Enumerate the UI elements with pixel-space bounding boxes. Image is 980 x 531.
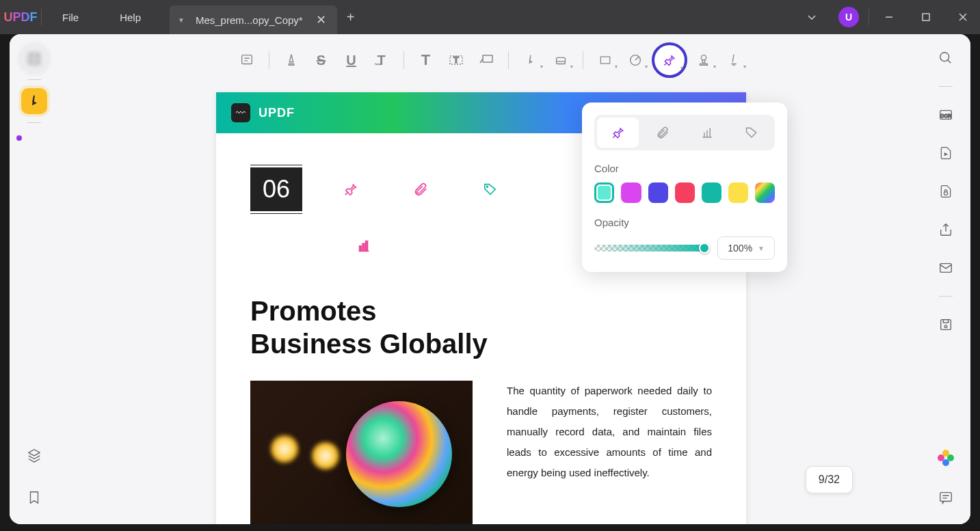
color-swatch-magenta[interactable] [621, 182, 641, 203]
highlight-tool-icon[interactable] [278, 46, 305, 74]
sticker-tool-icon[interactable] [622, 46, 649, 74]
color-swatch-red[interactable] [675, 182, 695, 203]
pencil-tool-icon[interactable] [517, 46, 544, 74]
menu-help[interactable]: Help [99, 12, 161, 23]
redact-icon[interactable] [21, 45, 48, 72]
color-swatch-cyan[interactable] [702, 182, 721, 203]
ocr-icon[interactable]: OCR [933, 102, 959, 128]
share-icon[interactable] [933, 217, 959, 243]
underline-tool-icon[interactable]: U [338, 46, 365, 74]
save-icon[interactable] [933, 312, 959, 338]
svg-rect-25 [362, 243, 365, 251]
comment-mode-icon[interactable] [21, 88, 47, 114]
titlebar: UPDF File Help ▼ Mes_prem...opy_Copy* ✕ … [0, 0, 980, 34]
text-tool-icon[interactable]: T [412, 46, 440, 74]
svg-rect-1 [923, 14, 929, 21]
app-logo: UPDF [0, 10, 41, 25]
separator [403, 51, 404, 69]
annotation-toolbar: S U T〰 T T [233, 42, 747, 78]
eraser-tool-icon[interactable] [547, 46, 574, 74]
svg-point-31 [940, 53, 949, 62]
document-tab[interactable]: ▼ Mes_prem...opy_Copy* ✕ [170, 5, 337, 34]
layers-icon[interactable] [21, 442, 47, 468]
active-indicator [16, 135, 22, 141]
tab-close-icon[interactable]: ✕ [314, 12, 329, 27]
email-icon[interactable] [933, 255, 959, 281]
note-tool-icon[interactable] [233, 46, 261, 74]
right-sidebar: OCR [921, 34, 970, 524]
left-sidebar [10, 34, 59, 524]
svg-line-32 [948, 60, 951, 64]
callout-tool-icon[interactable] [473, 46, 500, 74]
svg-rect-19 [600, 57, 609, 64]
page-counter[interactable]: 9/32 [806, 466, 853, 493]
popup-tab-pin[interactable] [597, 118, 639, 148]
color-swatch-teal[interactable] [594, 182, 614, 203]
convert-icon[interactable] [933, 140, 959, 166]
opacity-label: Opacity [594, 217, 775, 228]
separator [939, 296, 953, 297]
user-avatar[interactable]: U [832, 0, 866, 34]
paperclip-annotation-icon[interactable] [413, 182, 428, 197]
separator [27, 122, 41, 123]
chevron-down-icon[interactable] [795, 0, 829, 34]
document-title: PromotesBusiness Globally [250, 295, 712, 360]
menu-file[interactable]: File [42, 12, 99, 23]
chat-icon[interactable] [933, 485, 959, 510]
protect-icon[interactable] [933, 178, 959, 204]
color-swatch-blue[interactable] [648, 182, 668, 203]
main-area: S U T〰 T T 〰 UPDF 06 [10, 34, 970, 524]
document-body-text: The quantity of paperwork needed daily t… [507, 381, 712, 524]
opacity-value-dropdown[interactable]: 100%▼ [717, 236, 775, 260]
page-number-box: 06 [250, 167, 302, 211]
separator [27, 79, 41, 80]
chart-annotation-icon[interactable] [356, 239, 371, 254]
tab-dropdown-icon[interactable]: ▼ [178, 16, 185, 24]
svg-point-39 [944, 325, 947, 328]
color-swatch-rainbow[interactable] [755, 182, 775, 203]
divider [869, 9, 869, 25]
tab-name: Mes_prem...opy_Copy* [190, 14, 308, 26]
popup-tab-paperclip[interactable] [641, 118, 683, 148]
strikethrough-tool-icon[interactable]: S [308, 46, 335, 74]
search-icon[interactable] [933, 45, 959, 71]
document-image [250, 381, 473, 524]
color-label: Color [594, 163, 775, 174]
svg-text:T: T [453, 55, 459, 65]
color-swatches [594, 182, 775, 203]
tag-annotation-icon[interactable] [483, 182, 498, 197]
new-tab-button[interactable]: + [337, 10, 365, 25]
popup-tab-tag[interactable] [730, 118, 772, 148]
maximize-button[interactable] [909, 0, 943, 34]
globe-graphic [346, 401, 452, 507]
svg-text:OCR: OCR [940, 113, 952, 119]
svg-rect-17 [556, 57, 565, 64]
textbox-tool-icon[interactable]: T [442, 46, 470, 74]
minimize-button[interactable] [872, 0, 906, 34]
squiggly-tool-icon[interactable]: T〰 [368, 46, 395, 74]
svg-rect-40 [940, 493, 952, 502]
pin-options-popup: Color Opacity 100%▼ [582, 103, 787, 272]
color-swatch-yellow[interactable] [728, 182, 748, 203]
bookmark-icon[interactable] [21, 485, 47, 510]
pin-tool-icon[interactable] [652, 42, 687, 78]
rectangle-tool-icon[interactable] [592, 46, 619, 74]
updf-brand-icon: 〰 [231, 103, 250, 122]
popup-tab-chart[interactable] [686, 118, 728, 148]
svg-rect-26 [366, 241, 368, 251]
pin-annotation-icon[interactable] [343, 182, 358, 197]
separator [583, 51, 583, 69]
separator [939, 86, 953, 87]
separator [269, 51, 269, 69]
signature-tool-icon[interactable] [720, 46, 747, 74]
close-button[interactable] [946, 0, 980, 34]
svg-rect-36 [940, 264, 952, 273]
stamp-tool-icon[interactable] [690, 46, 717, 74]
svg-rect-16 [483, 55, 492, 62]
svg-point-22 [487, 186, 488, 187]
opacity-slider[interactable] [594, 245, 708, 251]
svg-rect-38 [943, 320, 948, 323]
content-area: S U T〰 T T 〰 UPDF 06 [59, 34, 921, 524]
ai-icon[interactable] [933, 445, 959, 471]
opacity-thumb[interactable] [699, 243, 710, 254]
